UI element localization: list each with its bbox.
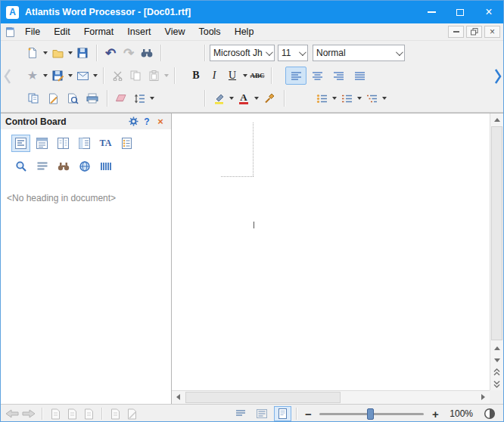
email-button[interactable] [73,67,92,85]
new-document-dropdown[interactable] [42,44,48,62]
line-spacing-button[interactable] [130,89,148,107]
new-document-button[interactable] [23,44,42,62]
scroll-right-button[interactable] [477,391,490,403]
document-tool-button-4[interactable] [107,406,123,421]
headings-tab-button[interactable] [11,135,30,152]
maximize-button[interactable] [446,1,474,23]
page-setup-button[interactable] [43,89,63,107]
open-button[interactable] [48,44,67,62]
columns-tab-button[interactable] [54,135,73,152]
scroll-down-button[interactable] [490,354,503,366]
toolbar-scroll-right-button[interactable] [493,67,503,86]
font-size-combobox[interactable]: 11 [278,45,308,61]
bold-button[interactable]: B [187,67,205,85]
menu-help[interactable]: Help [228,23,261,40]
horizontal-scroll-thumb[interactable] [185,392,341,403]
menu-format[interactable]: Format [77,23,121,40]
chevron-down-icon[interactable] [296,45,307,61]
layout-tab-button[interactable] [75,135,94,152]
document-tool-button-5[interactable] [123,406,140,421]
align-left-button[interactable] [285,67,306,85]
menu-view[interactable]: View [158,23,192,40]
document-system-icon[interactable] [5,26,15,38]
underline-dropdown[interactable] [241,67,248,85]
previous-page-button[interactable] [490,366,503,378]
save-as-button[interactable] [48,67,67,85]
find-button[interactable] [138,44,156,62]
zoom-slider[interactable] [319,413,424,415]
menu-tools[interactable]: Tools [191,23,227,40]
font-name-combobox[interactable]: Microsoft Jh [210,45,275,61]
toolbar-scroll-left-button[interactable] [2,67,13,86]
underline-button[interactable]: U [223,67,241,85]
paragraph-style-combobox[interactable]: Normal [313,45,405,61]
mdi-minimize-button[interactable] [448,26,464,38]
justify-button[interactable] [349,67,370,85]
menu-insert[interactable]: Insert [120,23,157,40]
italic-button[interactable]: I [205,67,223,85]
help-button[interactable]: ? [141,116,153,128]
bullets-dropdown[interactable] [331,89,338,107]
nav-forward-button[interactable] [20,406,37,421]
structure-tab-button[interactable] [33,135,51,152]
font-color-button[interactable]: A [235,89,253,107]
nav-back-button[interactable] [4,406,20,421]
contrast-toggle-button[interactable] [484,408,496,420]
paragraph-tab-button[interactable] [33,157,51,175]
chevron-down-icon[interactable] [393,45,404,61]
highlight-dropdown[interactable] [228,89,235,107]
bullets-button[interactable] [313,89,331,107]
document-tool-button-2[interactable] [64,406,80,421]
line-spacing-dropdown[interactable] [148,89,155,107]
favorites-dropdown[interactable] [42,67,48,85]
open-dropdown[interactable] [67,44,73,62]
eraser-button[interactable] [112,89,130,107]
fields-tab-button[interactable] [96,157,115,175]
print-preview-button[interactable] [63,89,82,107]
zoom-slider-thumb[interactable] [367,408,374,420]
menu-file[interactable]: File [18,23,47,40]
vertical-scroll-thumb[interactable] [491,126,502,340]
cut-button[interactable] [108,67,126,85]
favorites-button[interactable]: ★ [23,67,42,85]
print-button[interactable] [82,89,102,107]
align-center-button[interactable] [306,67,328,85]
highlight-button[interactable] [210,89,228,107]
chevron-down-icon[interactable] [263,45,274,61]
fonts-tab-button[interactable]: TA [96,135,115,152]
strikethrough-button[interactable]: ABC [248,67,266,85]
next-page-button[interactable] [490,378,503,390]
zoom-tab-button[interactable] [11,157,30,175]
draft-view-button[interactable] [232,406,249,421]
scroll-up-button[interactable] [490,113,503,126]
search-tab-button[interactable] [54,157,73,175]
redo-button[interactable]: ↷ [120,44,138,62]
online-view-button[interactable] [253,406,270,421]
scroll-left-button[interactable] [172,391,185,403]
save-button[interactable] [73,44,92,62]
vertical-scrollbar[interactable] [490,113,503,390]
document-page[interactable] [172,113,490,390]
copy-page-button[interactable] [23,89,43,107]
format-painter-button[interactable] [260,89,279,107]
paste-dropdown[interactable] [163,67,170,85]
multilevel-list-button[interactable] [362,89,381,107]
minimize-button[interactable] [417,1,446,23]
align-right-button[interactable] [328,67,349,85]
multilevel-list-dropdown[interactable] [381,89,387,107]
font-color-dropdown[interactable] [253,89,260,107]
mdi-restore-button[interactable] [466,26,482,38]
web-tab-button[interactable] [75,157,94,175]
paste-button[interactable] [145,67,163,85]
horizontal-scrollbar[interactable] [172,390,490,404]
numbering-button[interactable] [338,89,356,107]
copy-button[interactable] [126,67,145,85]
scroll-up-small-button[interactable] [490,342,503,354]
zoom-in-button[interactable]: + [428,408,442,420]
email-dropdown[interactable] [92,67,98,85]
zoom-out-button[interactable]: − [301,408,315,420]
menu-edit[interactable]: Edit [47,23,77,40]
document-tool-button-3[interactable] [80,406,97,421]
close-panel-button[interactable]: × [154,116,166,128]
save-as-dropdown[interactable] [67,67,73,85]
